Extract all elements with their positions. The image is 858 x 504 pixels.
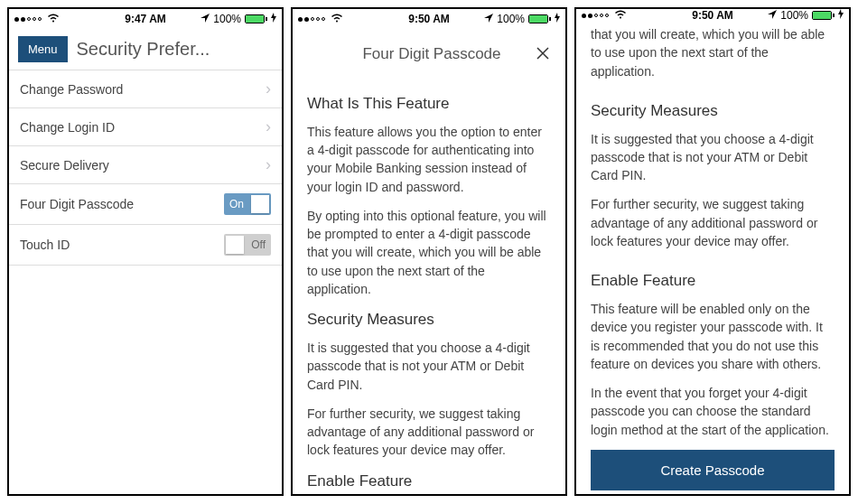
battery-icon: [812, 11, 835, 20]
paragraph: This feature will be enabled only on the…: [591, 300, 835, 373]
modal-header: Four Digit Passcode: [293, 29, 565, 79]
toggle-knob: [251, 195, 269, 213]
row-label: Secure Delivery: [20, 158, 109, 173]
wifi-icon: [614, 9, 627, 22]
toggle-four-digit-passcode[interactable]: On: [224, 193, 271, 215]
toggle-touch-id[interactable]: Off: [224, 234, 271, 256]
paragraph: It is suggested that you choose a 4-digi…: [307, 339, 551, 394]
row-touch-id: Touch ID Off: [9, 225, 282, 266]
toggle-label: Off: [246, 238, 271, 251]
chevron-right-icon: ›: [266, 117, 271, 136]
close-button[interactable]: [529, 40, 556, 68]
paragraph: In the event that you forget your 4-digi…: [591, 384, 835, 439]
screen-security-preferences: 9:47 AM 100% Menu Security Prefer... Cha…: [7, 7, 284, 496]
row-change-login-id[interactable]: Change Login ID ›: [9, 108, 282, 146]
status-bar: 9:50 AM 100%: [293, 9, 565, 29]
status-bar: 9:47 AM 100%: [9, 9, 282, 29]
wifi-icon: [47, 13, 60, 25]
row-change-password[interactable]: Change Password ›: [9, 70, 282, 108]
paragraph: For further security, we suggest taking …: [307, 405, 551, 460]
modal-title: Four Digit Passcode: [334, 45, 529, 63]
status-time: 9:50 AM: [669, 9, 757, 22]
charging-icon: [838, 9, 844, 22]
signal-dots-icon: [298, 17, 325, 22]
settings-list: Change Password › Change Login ID › Secu…: [9, 70, 282, 266]
chevron-right-icon: ›: [266, 79, 271, 98]
battery-icon: [245, 14, 267, 23]
signal-dots-icon: [14, 17, 42, 22]
modal-content[interactable]: that you will create, which you will be …: [576, 22, 849, 496]
paragraph: that you will create, which you will be …: [591, 25, 835, 80]
row-label: Four Digit Passcode: [20, 197, 134, 211]
close-icon: [536, 47, 549, 60]
battery-percent: 100%: [497, 13, 525, 25]
row-label: Change Password: [20, 82, 123, 97]
screen-feature-info-bottom: 9:50 AM 100% that you will create, which…: [574, 7, 851, 496]
menu-button[interactable]: Menu: [18, 36, 68, 62]
signal-dots-icon: [582, 14, 609, 18]
heading-security-measures: Security Measures: [307, 309, 551, 331]
wifi-icon: [331, 13, 343, 25]
battery-percent: 100%: [780, 9, 808, 22]
paragraph: By opting into this optional feature, yo…: [307, 207, 551, 298]
row-label: Change Login ID: [20, 120, 115, 135]
screen-feature-info-top: 9:50 AM 100% Four Digit Passcode What Is…: [291, 7, 567, 496]
heading-enable-feature: Enable Feature: [307, 471, 551, 493]
location-icon: [201, 13, 210, 25]
location-icon: [484, 13, 493, 25]
header: Menu Security Prefer...: [9, 29, 282, 70]
toggle-label: On: [224, 198, 249, 210]
battery-icon: [528, 14, 551, 23]
status-time: 9:50 AM: [386, 13, 473, 25]
chevron-right-icon: ›: [266, 155, 271, 174]
paragraph: This feature allows you the option to en…: [307, 123, 551, 196]
modal-content[interactable]: What Is This Feature This feature allows…: [293, 79, 565, 494]
charging-icon: [555, 13, 560, 25]
row-label: Touch ID: [20, 238, 70, 252]
status-time: 9:47 AM: [102, 13, 190, 25]
paragraph: For further security, we suggest taking …: [591, 195, 835, 250]
toggle-knob: [226, 236, 244, 254]
location-icon: [768, 9, 777, 22]
charging-icon: [271, 13, 276, 25]
status-bar: 9:50 AM 100%: [576, 9, 849, 22]
row-secure-delivery[interactable]: Secure Delivery ›: [9, 146, 282, 184]
heading-security-measures: Security Measures: [591, 100, 835, 123]
battery-percent: 100%: [213, 13, 241, 25]
page-title: Security Prefer...: [77, 39, 273, 60]
create-passcode-button[interactable]: Create Passcode: [591, 450, 835, 490]
heading-enable-feature: Enable Feature: [591, 270, 835, 293]
paragraph: It is suggested that you choose a 4-digi…: [591, 130, 835, 185]
row-four-digit-passcode: Four Digit Passcode On: [9, 184, 282, 225]
heading-what-is-this: What Is This Feature: [307, 93, 551, 116]
